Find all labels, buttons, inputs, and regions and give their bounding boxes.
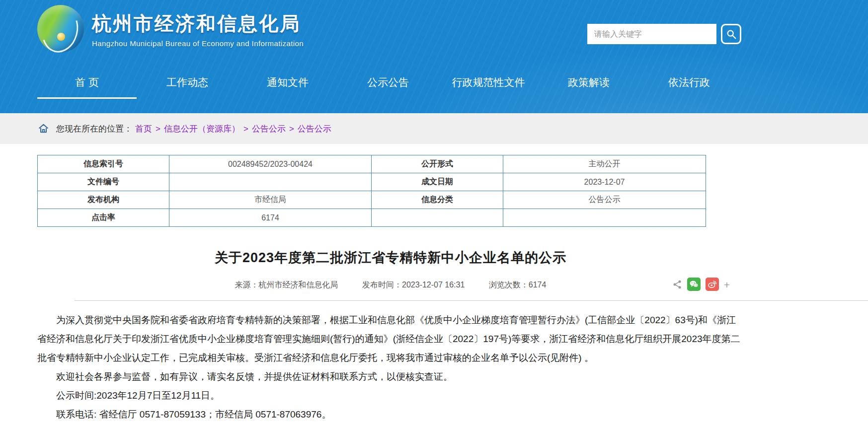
info-label: 成文日期 (372, 173, 503, 191)
meta-publish-value: 2023-12-07 16:31 (402, 281, 465, 289)
info-value: 主动公开 (503, 155, 706, 173)
nav-active-underline (338, 97, 438, 99)
nav-active-underline (138, 97, 237, 99)
breadcrumb-link-1[interactable]: 首页 (135, 124, 152, 134)
article-meta: 来源：杭州市经济和信息化局 发布时间：2023-12-07 16:31 浏览次数… (37, 278, 744, 290)
nav-item-label: 工作动态 (166, 76, 208, 88)
info-table-row: 信息索引号002489452/2023-00424公开形式主动公开 (38, 155, 706, 173)
nav-active-underline (37, 97, 137, 99)
info-label: 信息索引号 (38, 155, 169, 173)
search-input[interactable] (587, 24, 716, 44)
main-nav: 首 页工作动态通知文件公示公告行政规范性文件政策解读依法行政 (37, 64, 739, 99)
nav-item-6[interactable]: 政策解读 (539, 64, 638, 99)
brand[interactable]: 杭州市经济和信息化局 Hangzhou Municipal Bureau of … (37, 5, 304, 53)
info-label: 文件编号 (38, 173, 169, 191)
nav-item-label: 公示公告 (367, 76, 409, 88)
nav-item-label: 行政规范性文件 (452, 76, 525, 88)
nav-item-7[interactable]: 依法行政 (639, 64, 739, 99)
breadcrumb-links: 首页>信息公开（资源库）>公告公示>公告公示 (135, 123, 331, 135)
nav-item-4[interactable]: 公示公告 (338, 64, 438, 99)
meta-views-value: 6174 (529, 281, 547, 289)
site-title: 杭州市经济和信息化局 (92, 10, 304, 37)
meta-source-label: 来源： (235, 281, 259, 289)
wechat-share-icon[interactable] (687, 278, 701, 291)
meta-views-label: 浏览次数： (489, 281, 529, 289)
header-top: 杭州市经济和信息化局 Hangzhou Municipal Bureau of … (0, 0, 868, 64)
meta-publish-time: 发布时间：2023-12-07 16:31 (362, 281, 465, 289)
site-header: 杭州市经济和信息化局 Hangzhou Municipal Bureau of … (0, 0, 868, 113)
info-value (169, 173, 372, 191)
info-table-row: 文件编号成文日期2023-12-07 (38, 173, 706, 191)
search-bar (587, 24, 741, 44)
breadcrumb: 您现在所在的位置： 首页>信息公开（资源库）>公告公示>公告公示 (0, 113, 868, 144)
info-table-row: 点击率6174 (38, 209, 706, 227)
info-value: 市经信局 (169, 191, 372, 209)
breadcrumb-link-4[interactable]: 公告公示 (298, 124, 331, 134)
article: 关于2023年度第二批浙江省专精特新中小企业名单的公示 来源：杭州市经济和信息化… (37, 249, 744, 301)
info-value: 公告公示 (503, 191, 706, 209)
meta-publish-label: 发布时间： (362, 281, 402, 289)
breadcrumb-prefix: 您现在所在的位置： (56, 123, 132, 135)
search-button[interactable] (721, 24, 741, 44)
article-paragraph-2: 欢迎社会各界参与监督，如有异议，请实名反馈，并提供佐证材料和联系方式，以便核实查… (37, 367, 745, 386)
nav-active-underline (539, 97, 638, 99)
weibo-share-icon[interactable] (706, 278, 719, 291)
info-label: 点击率 (38, 209, 169, 227)
info-value: 2023-12-07 (503, 173, 706, 191)
nav-item-1[interactable]: 首 页 (37, 64, 137, 99)
info-table: 信息索引号002489452/2023-00424公开形式主动公开文件编号成文日… (37, 155, 706, 227)
more-share-icon[interactable]: + (724, 279, 730, 290)
info-table-row: 发布机构市经信局信息分类公告公示 (38, 191, 706, 209)
meta-source-value: 杭州市经济和信息化局 (259, 281, 338, 289)
nav-item-label: 政策解读 (568, 76, 610, 88)
nav-item-5[interactable]: 行政规范性文件 (439, 64, 538, 99)
article-paragraph-1: 为深入贯彻党中央国务院和省委省政府培育专精特新的决策部署，根据工业和信息化部《优… (37, 311, 745, 367)
info-value (503, 209, 706, 227)
breadcrumb-separator: > (243, 124, 248, 134)
breadcrumb-link-2[interactable]: 信息公开（资源库） (164, 124, 240, 134)
meta-views: 浏览次数：6174 (489, 281, 547, 289)
breadcrumb-separator: > (156, 124, 160, 134)
page: 杭州市经济和信息化局 Hangzhou Municipal Bureau of … (0, 0, 868, 422)
main-content: 信息索引号002489452/2023-00424公开形式主动公开文件编号成文日… (0, 155, 868, 422)
site-logo-icon (37, 5, 84, 53)
article-title: 关于2023年度第二批浙江省专精特新中小企业名单的公示 (37, 249, 744, 267)
article-paragraph-4: 联系电话: 省经信厅 0571-87059133；市经信局 0571-87063… (37, 405, 745, 422)
breadcrumb-separator: > (289, 124, 294, 134)
nav-active-underline (639, 97, 739, 99)
nav-item-3[interactable]: 通知文件 (238, 64, 337, 99)
nav-active-underline (439, 97, 538, 99)
share-icons: + (672, 278, 730, 291)
nav-item-2[interactable]: 工作动态 (138, 64, 237, 99)
share-icon[interactable] (672, 280, 682, 289)
site-subtitle: Hangzhou Municipal Bureau of Economy and… (92, 39, 304, 48)
info-label: 发布机构 (38, 191, 169, 209)
nav-active-underline (238, 97, 337, 99)
search-icon (726, 29, 737, 40)
info-label: 信息分类 (372, 191, 503, 209)
brand-text: 杭州市经济和信息化局 Hangzhou Municipal Bureau of … (92, 10, 304, 48)
info-value: 6174 (169, 209, 372, 227)
nav-item-label: 首 页 (75, 76, 99, 88)
info-label (372, 209, 503, 227)
info-value: 002489452/2023-00424 (169, 155, 372, 173)
nav-item-label: 依法行政 (668, 76, 710, 88)
article-body: 为深入贯彻党中央国务院和省委省政府培育专精特新的决策部署，根据工业和信息化部《优… (37, 311, 745, 422)
article-meta-row: 来源：杭州市经济和信息化局 发布时间：2023-12-07 16:31 浏览次数… (37, 278, 744, 293)
meta-divider (75, 300, 868, 301)
breadcrumb-link-3[interactable]: 公告公示 (252, 124, 286, 134)
meta-source: 来源：杭州市经济和信息化局 (235, 281, 338, 289)
home-icon[interactable] (38, 123, 49, 134)
article-paragraph-3: 公示时间:2023年12月7日至12月11日。 (37, 386, 745, 405)
nav-item-label: 通知文件 (267, 76, 309, 88)
info-label: 公开形式 (372, 155, 503, 173)
